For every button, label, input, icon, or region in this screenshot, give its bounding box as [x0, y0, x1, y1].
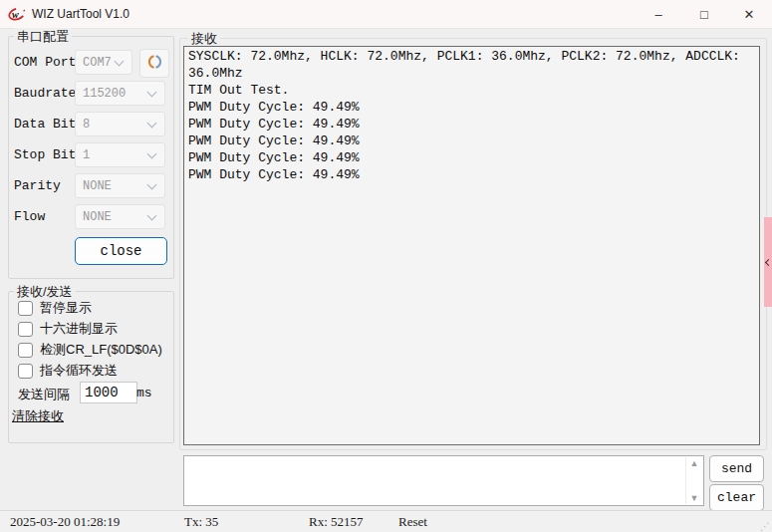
status-tx-count: Tx: 35: [184, 511, 218, 532]
resize-grip-icon[interactable]: ⋰: [760, 521, 770, 532]
pause-display-label: 暂停显示: [40, 299, 92, 317]
flow-select[interactable]: NONE: [75, 204, 165, 229]
chevron-down-icon: [115, 56, 125, 66]
hex-display-option: 十六进制显示: [18, 320, 118, 338]
status-reset: Reset: [398, 511, 427, 532]
close-port-button[interactable]: close: [75, 237, 167, 265]
send-button[interactable]: send: [709, 455, 764, 482]
data-bit-label: Data Bit: [14, 112, 76, 136]
maximize-button[interactable]: □: [681, 0, 727, 28]
receive-terminal[interactable]: SYSCLK: 72.0Mhz, HCLK: 72.0Mhz, PCLK1: 3…: [183, 46, 760, 445]
parity-label: Parity: [14, 173, 61, 198]
baudrate-label: Baudrate: [14, 81, 76, 106]
crlf-detect-option: 检测CR_LF($0D$0A): [18, 341, 162, 359]
stop-bit-value: 1: [83, 148, 90, 162]
receive-terminal-text: SYSCLK: 72.0Mhz, HCLK: 72.0Mhz, PCLK1: 3…: [184, 47, 759, 184]
pause-display-option: 暂停显示: [18, 299, 92, 317]
data-bit-select[interactable]: 8: [75, 112, 165, 136]
data-bit-value: 8: [83, 118, 90, 132]
scroll-down-icon[interactable]: ▼: [690, 492, 699, 504]
chevron-left-icon: [764, 258, 771, 265]
crlf-detect-checkbox[interactable]: [18, 343, 33, 358]
status-timestamp: 2025-03-20 01:28:19: [10, 511, 120, 532]
pause-display-checkbox[interactable]: [18, 301, 33, 316]
loop-send-checkbox[interactable]: [18, 364, 33, 379]
com-port-select[interactable]: COM7: [75, 50, 132, 75]
loop-send-label: 指令循环发送: [40, 362, 118, 380]
serial-config-title: 串口配置: [14, 28, 72, 46]
com-port-label: COM Port: [14, 50, 76, 75]
baudrate-select[interactable]: 115200: [75, 81, 165, 106]
parity-select[interactable]: NONE: [75, 173, 165, 198]
send-input[interactable]: ▲ ▼: [183, 455, 704, 506]
hex-display-label: 十六进制显示: [40, 320, 118, 338]
send-interval-label: 发送间隔: [18, 386, 70, 403]
com-port-value: COM7: [83, 56, 112, 70]
close-window-button[interactable]: ✕: [726, 0, 772, 28]
hex-display-checkbox[interactable]: [18, 322, 33, 337]
refresh-icon: [148, 55, 161, 73]
clear-receive-link[interactable]: 清除接收: [12, 407, 64, 425]
flow-value: NONE: [83, 210, 112, 224]
chevron-down-icon: [147, 87, 157, 97]
stop-bit-label: Stop Bit: [14, 142, 76, 167]
crlf-detect-label: 检测CR_LF($0D$0A): [40, 341, 162, 359]
baudrate-value: 115200: [83, 87, 126, 101]
chevron-down-icon: [147, 179, 157, 189]
app-logo-icon: w: [8, 5, 26, 23]
window-title: WIZ UartTool V1.0: [32, 7, 129, 21]
send-interval-input[interactable]: [80, 382, 137, 403]
parity-value: NONE: [83, 179, 112, 193]
side-panel-handle[interactable]: [764, 217, 772, 307]
clear-button[interactable]: clear: [709, 484, 764, 511]
refresh-ports-button[interactable]: [139, 49, 169, 78]
loop-send-option: 指令循环发送: [18, 362, 118, 380]
chevron-down-icon: [147, 210, 157, 220]
chevron-down-icon: [147, 148, 157, 158]
interval-unit-label: ms: [136, 386, 152, 400]
send-input-scrollbar[interactable]: ▲ ▼: [685, 457, 702, 504]
stop-bit-select[interactable]: 1: [75, 142, 165, 167]
flow-label: Flow: [14, 204, 45, 229]
scroll-up-icon[interactable]: ▲: [690, 457, 699, 469]
svg-text:w: w: [12, 9, 19, 20]
minimize-button[interactable]: –: [636, 0, 681, 28]
chevron-down-icon: [147, 118, 157, 128]
status-rx-count: Rx: 52157: [309, 511, 364, 532]
status-bar: 2025-03-20 01:28:19 Tx: 35 Rx: 52157 Res…: [0, 510, 772, 532]
